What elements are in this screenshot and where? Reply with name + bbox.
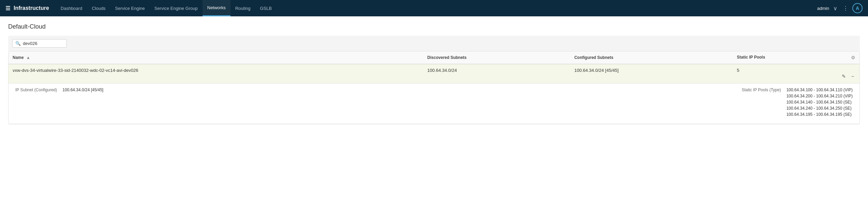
hamburger-icon[interactable]: ☰ <box>5 5 10 12</box>
nav-item-service-engine-group[interactable]: Service Engine Group <box>150 0 203 16</box>
search-icon: 🔍 <box>15 41 21 46</box>
pool-item-4: 100.64.34.195 - 100.64.34.195 (SE) <box>786 112 853 117</box>
expanded-detail-inner: IP Subnet (Configured) 100.64.34.0/24 [4… <box>15 88 853 117</box>
cell-name: vxw-dvs-34-virtualwire-33-sid-2140032-wd… <box>9 64 423 83</box>
nav-item-clouds[interactable]: Clouds <box>87 0 110 16</box>
row-actions: ✎ − <box>737 73 855 80</box>
col-header-static-pools: Static IP Pools ⚙ <box>733 51 859 64</box>
nav-item-dashboard[interactable]: Dashboard <box>56 0 87 16</box>
expanded-row: IP Subnet (Configured) 100.64.34.0/24 [4… <box>9 83 859 124</box>
col-header-name: Name ▲ <box>9 51 423 64</box>
chevron-down-icon[interactable]: ∨ <box>832 4 839 13</box>
data-table: Name ▲ Discovered Subnets Configured Sub… <box>9 51 859 124</box>
admin-label: admin <box>817 6 829 11</box>
avatar[interactable]: A <box>852 3 863 13</box>
nav-item-service-engine[interactable]: Service Engine <box>110 0 149 16</box>
nav-items: Dashboard Clouds Service Engine Service … <box>56 0 817 16</box>
pool-list: 100.64.34.100 - 100.64.34.110 (VIP) 100.… <box>786 88 853 117</box>
ip-subnet-section: IP Subnet (Configured) 100.64.34.0/24 [4… <box>15 88 103 92</box>
pool-item-1: 100.64.34.200 - 100.64.34.210 (VIP) <box>786 94 853 98</box>
table-settings-button[interactable]: ⚙ <box>851 55 855 60</box>
more-options-icon[interactable]: ⋮ <box>841 4 850 13</box>
sort-arrow-icon[interactable]: ▲ <box>26 55 30 60</box>
search-input[interactable] <box>23 41 60 46</box>
pool-item-0: 100.64.34.100 - 100.64.34.110 (VIP) <box>786 88 853 92</box>
table-container: Name ▲ Discovered Subnets Configured Sub… <box>8 51 860 124</box>
ip-subnet-label: IP Subnet (Configured) <box>15 88 57 92</box>
navbar-right: admin ∨ ⋮ A <box>817 3 863 13</box>
expanded-detail: IP Subnet (Configured) 100.64.34.0/24 [4… <box>9 83 859 124</box>
static-pools-label: Static IP Pools (Type) <box>742 88 781 92</box>
col-header-discovered: Discovered Subnets <box>423 51 570 64</box>
cell-static-pools: 5 ✎ − <box>733 64 859 83</box>
pool-item-2: 100.64.34.140 - 100.64.34.150 (SE) <box>786 100 853 105</box>
edit-button[interactable]: ✎ <box>840 73 847 80</box>
brand: ☰ Infrastructure <box>5 5 49 12</box>
nav-item-gslb[interactable]: GSLB <box>255 0 277 16</box>
search-input-wrapper: 🔍 <box>12 39 67 48</box>
table-row: vxw-dvs-34-virtualwire-33-sid-2140032-wd… <box>9 64 859 83</box>
pool-item-3: 100.64.34.240 - 100.64.34.250 (SE) <box>786 106 853 111</box>
static-pools-section: Static IP Pools (Type) 100.64.34.100 - 1… <box>742 88 853 117</box>
nav-item-networks[interactable]: Networks <box>203 0 230 16</box>
search-bar-container: 🔍 <box>8 36 860 51</box>
expanded-cell: IP Subnet (Configured) 100.64.34.0/24 [4… <box>9 83 859 124</box>
main-content: Default-Cloud 🔍 Name ▲ Discovered Subnet… <box>0 16 868 204</box>
ip-subnet-value: 100.64.34.0/24 [45/45] <box>63 88 103 92</box>
navbar: ☰ Infrastructure Dashboard Clouds Servic… <box>0 0 868 16</box>
brand-label: Infrastructure <box>14 5 49 11</box>
cell-configured: 100.64.34.0/24 [45/45] <box>570 64 733 83</box>
cell-discovered: 100.64.34.0/24 <box>423 64 570 83</box>
page-title: Default-Cloud <box>8 23 860 30</box>
delete-button[interactable]: − <box>850 73 855 80</box>
table-header-row: Name ▲ Discovered Subnets Configured Sub… <box>9 51 859 64</box>
nav-item-routing[interactable]: Routing <box>230 0 255 16</box>
col-header-configured: Configured Subnets <box>570 51 733 64</box>
